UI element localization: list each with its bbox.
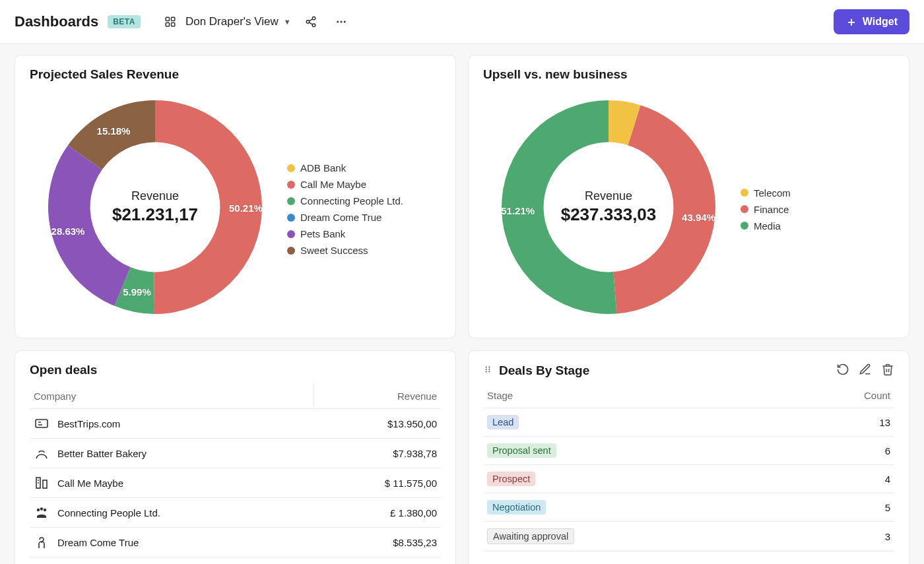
legend-label: Connecting People Ltd.	[300, 195, 403, 206]
legend-item[interactable]: Call Me Maybe	[287, 179, 403, 190]
undo-icon[interactable]	[836, 363, 849, 378]
table-row[interactable]: Awaiting approval3	[483, 522, 894, 551]
svg-rect-14	[43, 480, 47, 488]
col-revenue[interactable]: Revenue	[314, 384, 441, 409]
legend-item[interactable]: Pets Bank	[287, 228, 403, 239]
company-icon	[34, 534, 50, 550]
svg-rect-3	[171, 23, 174, 26]
company-name: BestTrips.com	[57, 418, 120, 429]
donut-slice-label: 43.94%	[682, 211, 715, 222]
legend-upsell: TelecomFinanceMedia	[741, 183, 791, 232]
col-stage[interactable]: Stage	[483, 383, 785, 408]
legend-dot-icon	[287, 197, 295, 205]
table-row[interactable]: Negotiation5	[483, 493, 894, 522]
table-row[interactable]: Call Me Maybe$ 11.575,00	[30, 468, 441, 498]
company-icon	[34, 505, 50, 520]
svg-rect-1	[171, 17, 174, 20]
company-name: Connecting People Ltd.	[57, 507, 160, 518]
revenue-cell: $13.950,00	[314, 409, 441, 439]
add-widget-button[interactable]: ＋ Widget	[834, 9, 909, 34]
table-row[interactable]: Lead13	[483, 408, 894, 437]
table-row[interactable]: Prospect4	[483, 465, 894, 493]
legend-dot-icon	[287, 214, 295, 222]
legend-item[interactable]: Dream Come True	[287, 212, 403, 223]
card-title: Deals By Stage	[499, 363, 589, 378]
legend-label: ADB Bank	[300, 162, 346, 173]
donut-slice-label: 50.21%	[229, 202, 263, 213]
donut-chart-upsell: Revenue $237.333,03 43.94%51.21%	[483, 88, 734, 326]
table-row[interactable]: Fresh News Company$65.576,25	[30, 557, 441, 565]
apps-grid-icon[interactable]	[164, 16, 176, 28]
card-title: Open deals	[30, 363, 441, 377]
card-open-deals: Open deals Company Revenue BestTrips.com…	[15, 350, 456, 564]
trash-icon[interactable]	[881, 363, 894, 378]
legend-label: Finance	[754, 204, 789, 215]
dashboard-grid: Projected Sales Revenue Revenue $21.231,…	[0, 44, 924, 564]
svg-point-5	[306, 20, 310, 24]
legend-dot-icon	[287, 164, 295, 172]
svg-point-29	[488, 371, 490, 372]
company-name: Better Batter Bakery	[57, 448, 147, 459]
table-row[interactable]: Better Batter Bakery$7.938,78	[30, 439, 441, 468]
table-row[interactable]: Connecting People Ltd.£ 1.380,00	[30, 498, 441, 528]
svg-point-6	[312, 24, 315, 27]
legend-dot-icon	[287, 181, 295, 189]
legend-item[interactable]: Sweet Success	[287, 245, 403, 256]
count-cell: 6	[785, 437, 894, 465]
revenue-cell: $ 11.575,00	[314, 468, 441, 498]
page-title: Dashboards	[15, 13, 98, 30]
svg-point-18	[40, 507, 43, 510]
chevron-down-icon: ▼	[284, 18, 291, 26]
svg-point-10	[340, 21, 342, 23]
donut-center-label: Revenue	[561, 189, 657, 203]
share-icon[interactable]	[300, 11, 321, 32]
table-row[interactable]: BestTrips.com$13.950,00	[30, 409, 441, 439]
legend-item[interactable]: Finance	[741, 204, 791, 215]
svg-point-26	[486, 369, 487, 370]
legend-item[interactable]: ADB Bank	[287, 162, 403, 173]
legend-item[interactable]: Telecom	[741, 187, 791, 199]
col-company[interactable]: Company	[30, 384, 314, 409]
legend-dot-icon	[741, 222, 748, 230]
legend-dot-icon	[741, 189, 748, 197]
count-cell: 3	[785, 522, 894, 551]
stage-pill: Lead	[487, 415, 519, 429]
more-icon[interactable]	[331, 11, 352, 32]
company-icon	[34, 416, 50, 431]
top-bar: Dashboards BETA Don Draper's View ▼ ＋ Wi…	[0, 0, 924, 44]
view-name: Don Draper's View	[185, 15, 279, 28]
view-picker[interactable]: Don Draper's View ▼	[185, 15, 291, 28]
plus-icon: ＋	[845, 16, 857, 28]
revenue-cell: $7.938,78	[314, 439, 441, 468]
company-icon	[34, 475, 50, 491]
legend-dot-icon	[287, 247, 295, 255]
svg-point-27	[488, 369, 490, 370]
deals-by-stage-table: Stage Count Lead13Proposal sent6Prospect…	[483, 383, 894, 551]
card-deals-by-stage: Deals By Stage Stage Count Lead	[468, 350, 909, 564]
svg-point-25	[488, 366, 490, 367]
beta-badge: BETA	[108, 15, 141, 28]
company-name: Call Me Maybe	[57, 478, 123, 489]
donut-slice-label: 5.99%	[123, 286, 151, 297]
stage-pill: Prospect	[487, 472, 535, 486]
legend-item[interactable]: Media	[741, 220, 791, 232]
legend-label: Telecom	[754, 187, 791, 199]
count-cell: 4	[785, 465, 894, 493]
col-count[interactable]: Count	[785, 383, 894, 408]
table-row[interactable]: Dream Come True$8.535,23	[30, 528, 441, 557]
edit-icon[interactable]	[859, 363, 872, 378]
stage-pill: Negotiation	[487, 500, 546, 515]
donut-slice-label: 28.63%	[51, 226, 85, 237]
svg-rect-0	[166, 17, 169, 20]
revenue-cell: $8.535,23	[314, 528, 441, 557]
svg-point-9	[337, 21, 339, 23]
drag-handle-icon[interactable]	[483, 365, 492, 376]
card-title: Upsell vs. new business	[483, 67, 894, 82]
card-projected-sales: Projected Sales Revenue Revenue $21.231,…	[15, 55, 456, 338]
legend-item[interactable]: Connecting People Ltd.	[287, 195, 403, 206]
svg-line-8	[309, 22, 312, 24]
revenue-cell: $65.576,25	[314, 557, 441, 565]
svg-point-17	[37, 509, 40, 511]
table-row[interactable]: Proposal sent6	[483, 437, 894, 465]
legend-projected: ADB BankCall Me MaybeConnecting People L…	[287, 158, 403, 256]
